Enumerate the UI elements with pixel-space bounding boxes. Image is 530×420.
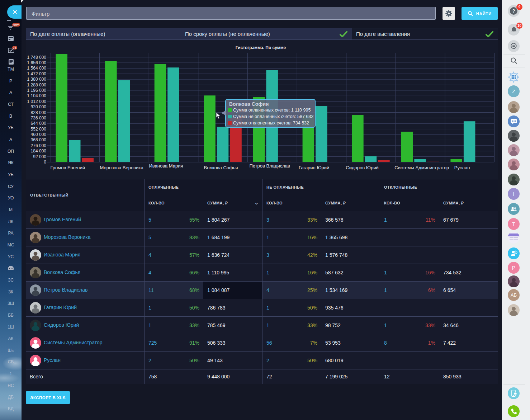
svg-text:552 000: 552 000 <box>31 127 47 132</box>
svg-text:1 196 000: 1 196 000 <box>27 88 47 93</box>
svg-text:Петров Владислав: Петров Владислав <box>249 163 290 169</box>
svg-text:1 748 000: 1 748 000 <box>27 55 47 60</box>
svg-text:Морозова Вероника: Морозова Вероника <box>100 165 144 170</box>
svg-text:Гагарин Юрий: Гагарин Юрий <box>299 165 329 170</box>
svg-text:736 000: 736 000 <box>31 115 47 121</box>
svg-text:1 288 000: 1 288 000 <box>27 82 47 88</box>
svg-text:1 472 000: 1 472 000 <box>27 71 47 76</box>
svg-text:1 564 000: 1 564 000 <box>27 66 47 71</box>
svg-text:920 000: 920 000 <box>31 104 47 109</box>
svg-text:368 000: 368 000 <box>31 137 47 142</box>
svg-text:Сидоров Юрий: Сидоров Юрий <box>346 165 378 170</box>
svg-text:92 000: 92 000 <box>33 154 46 159</box>
svg-text:0: 0 <box>44 160 46 165</box>
svg-text:644 000: 644 000 <box>31 121 47 126</box>
svg-text:460 000: 460 000 <box>31 132 47 137</box>
svg-text:184 000: 184 000 <box>31 148 47 154</box>
svg-text:Руслан: Руслан <box>454 165 470 170</box>
svg-text:276 000: 276 000 <box>31 143 47 148</box>
svg-text:1 012 000: 1 012 000 <box>27 99 47 104</box>
svg-text:Системы Администратор: Системы Администратор <box>394 165 449 170</box>
svg-text:Гистограмма. По сумме: Гистограмма. По сумме <box>236 45 286 50</box>
svg-text:1 104 000: 1 104 000 <box>27 93 47 98</box>
svg-text:Громов Евгений: Громов Евгений <box>50 165 85 170</box>
svg-text:1 656 000: 1 656 000 <box>27 60 47 65</box>
svg-text:Иванова Мария: Иванова Мария <box>149 163 183 169</box>
svg-text:828 000: 828 000 <box>31 110 47 115</box>
svg-text:1 380 000: 1 380 000 <box>27 77 47 82</box>
svg-text:Волкова Софья: Волкова Софья <box>204 165 238 170</box>
